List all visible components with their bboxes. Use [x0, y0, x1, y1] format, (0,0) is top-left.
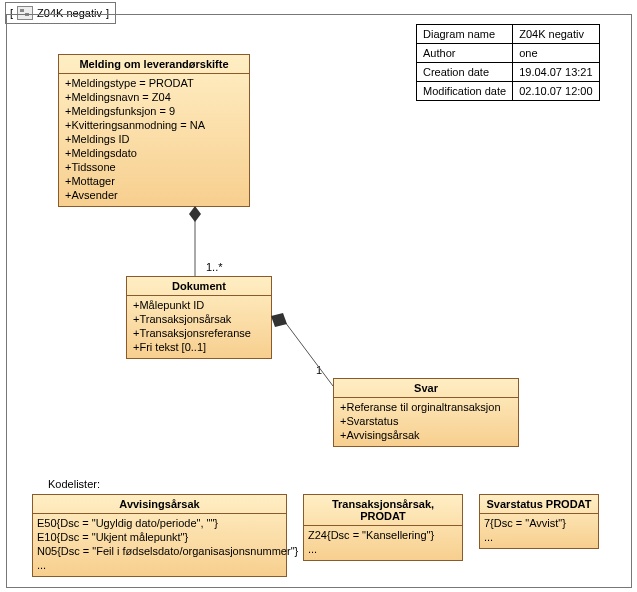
meta-val: 19.04.07 13:21	[513, 63, 599, 82]
table-row: Diagram name Z04K negativ	[417, 25, 600, 44]
codelist-svarstatus: Svarstatus PRODAT 7{Dsc = "Avvist"} ...	[479, 494, 599, 549]
attr: Meldingsdato	[65, 146, 243, 160]
meta-key: Diagram name	[417, 25, 513, 44]
meta-key: Author	[417, 44, 513, 63]
class-title: Melding om leverandørskifte	[59, 55, 249, 74]
class-attrs: Målepunkt ID Transaksjonsårsak Transaksj…	[127, 296, 271, 358]
codelists-heading: Kodelister:	[48, 478, 100, 490]
meta-val: 02.10.07 12:00	[513, 82, 599, 101]
attr: Kvitteringsanmodning = NA	[65, 118, 243, 132]
attr: Referanse til orginaltransaksjon	[340, 400, 512, 414]
attr: Meldingsfunksjon = 9	[65, 104, 243, 118]
codelist-title: Transaksjonsårsak, PRODAT	[304, 495, 462, 526]
codelist-title: Svarstatus PRODAT	[480, 495, 598, 514]
diagram-canvas: [ Z04K negativ ] Diagram name Z04K negat…	[0, 0, 637, 592]
codelist-avvisingsarsak: Avvisingsårsak E50{Dsc = "Ugyldig dato/p…	[32, 494, 287, 577]
attr: Mottager	[65, 174, 243, 188]
meta-key: Modification date	[417, 82, 513, 101]
attr: Meldings ID	[65, 132, 243, 146]
codelist-body: 7{Dsc = "Avvist"} ...	[480, 514, 598, 548]
meta-val: Z04K negativ	[513, 25, 599, 44]
attr: Svarstatus	[340, 414, 512, 428]
attr: Målepunkt ID	[133, 298, 265, 312]
attr: Transaksjonsreferanse	[133, 326, 265, 340]
attr: Transaksjonsårsak	[133, 312, 265, 326]
codelist-body: E50{Dsc = "Ugyldig dato/periode", ""} E1…	[33, 514, 286, 576]
attr: Fri tekst [0..1]	[133, 340, 265, 354]
class-svar: Svar Referanse til orginaltransaksjon Sv…	[333, 378, 519, 447]
class-melding: Melding om leverandørskifte Meldingstype…	[58, 54, 250, 207]
codelist-body: Z24{Dsc = "Kansellering"} ...	[304, 526, 462, 560]
class-attrs: Meldingstype = PRODAT Meldingsnavn = Z04…	[59, 74, 249, 206]
table-row: Creation date 19.04.07 13:21	[417, 63, 600, 82]
multiplicity-label: 1..*	[206, 261, 223, 273]
multiplicity-label: 1	[316, 364, 322, 376]
codelist-transaksjonsarsak: Transaksjonsårsak, PRODAT Z24{Dsc = "Kan…	[303, 494, 463, 561]
class-title: Svar	[334, 379, 518, 398]
attr: Tidssone	[65, 160, 243, 174]
meta-val: one	[513, 44, 599, 63]
codelist-title: Avvisingsårsak	[33, 495, 286, 514]
attr: Meldingstype = PRODAT	[65, 76, 243, 90]
meta-key: Creation date	[417, 63, 513, 82]
class-dokument: Dokument Målepunkt ID Transaksjonsårsak …	[126, 276, 272, 359]
class-attrs: Referanse til orginaltransaksjon Svarsta…	[334, 398, 518, 446]
attr: Meldingsnavn = Z04	[65, 90, 243, 104]
attr: Avsender	[65, 188, 243, 202]
class-title: Dokument	[127, 277, 271, 296]
table-row: Modification date 02.10.07 12:00	[417, 82, 600, 101]
table-row: Author one	[417, 44, 600, 63]
metadata-table: Diagram name Z04K negativ Author one Cre…	[416, 24, 600, 101]
attr: Avvisingsårsak	[340, 428, 512, 442]
